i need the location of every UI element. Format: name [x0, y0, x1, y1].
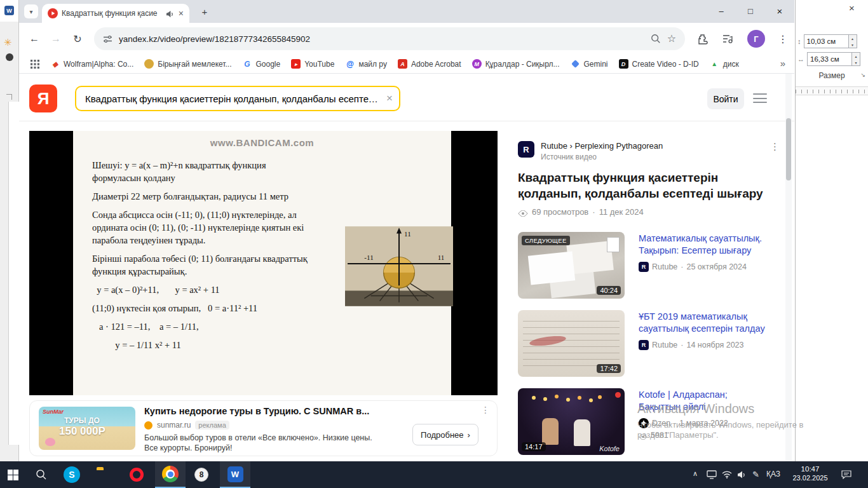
slide-line: функция құрастырайық. — [92, 265, 355, 278]
new-tab-button[interactable]: + — [198, 5, 211, 18]
related-video[interactable]: СЛЕДУЮЩЕЕ 40:24 Математикалық сауаттылық… — [518, 232, 781, 299]
tab-search-button[interactable]: ▾ — [24, 4, 38, 18]
ad-menu-icon[interactable]: ⋮ — [481, 405, 490, 415]
login-button[interactable]: Войти — [707, 88, 744, 109]
spinner[interactable]: ▴▾ — [848, 35, 857, 48]
word-taskbar-button[interactable]: W — [220, 461, 250, 488]
related-title[interactable]: ҰБТ 2019 математикалық сауаттылық есепте… — [639, 311, 781, 335]
tab-audio-icon[interactable] — [166, 10, 175, 18]
wifi-icon[interactable] — [722, 471, 732, 478]
monitor-icon[interactable] — [707, 470, 717, 479]
asterisk-icon[interactable]: ✳ — [4, 37, 12, 48]
zoom-icon[interactable] — [651, 34, 661, 44]
bookmark-label: Gemini — [584, 60, 608, 69]
badge-8-icon[interactable]: 8 — [194, 468, 208, 482]
slide-line: формуласын қолдану — [92, 172, 355, 184]
apps-grid-icon[interactable] — [31, 60, 39, 69]
bookmark-item[interactable]: диск — [710, 59, 739, 69]
ad-card[interactable]: SunMar ТУРЫ ДО 150 000Р Купить недорогие… — [29, 400, 498, 456]
tray-chevron-icon[interactable]: ∧ — [693, 470, 698, 478]
dot-icon[interactable] — [6, 53, 13, 61]
width-icon: ↔ — [797, 55, 804, 63]
media-controls-icon[interactable] — [722, 33, 733, 44]
related-title[interactable]: Математикалық сауаттылық. Тақырып: Есепт… — [639, 233, 781, 257]
reload-button[interactable]: ↻ — [70, 31, 85, 46]
slide-line: y = – 1/11 x² + 11 — [92, 339, 355, 351]
activation-line: раздел "Параметры". — [637, 430, 857, 440]
minimize-button[interactable]: – — [707, 0, 736, 22]
ad-domain[interactable]: sunmar.ru — [157, 421, 191, 430]
search-input[interactable] — [85, 93, 381, 104]
skype-icon[interactable]: S — [64, 466, 80, 483]
action-center-icon[interactable] — [841, 470, 851, 479]
related-thumbnail[interactable]: 17:42 — [518, 310, 625, 377]
bookmark-item[interactable]: Create Video - D-ID — [619, 59, 699, 69]
ad-brand: SunMar — [43, 409, 64, 415]
extensions-puzzle-icon[interactable] — [696, 33, 708, 44]
duration-badge: 17:42 — [597, 364, 621, 373]
source-menu-icon[interactable]: ⋮ — [770, 141, 780, 152]
pen-icon[interactable]: ✎ — [752, 470, 759, 479]
yandex-logo[interactable]: Я — [29, 85, 57, 112]
forward-button[interactable]: → — [48, 31, 64, 46]
axis-label-left: -11 — [364, 254, 373, 261]
bookmark-item[interactable]: Құралдар - Сиқырл... — [472, 59, 560, 69]
chrome-taskbar-button[interactable] — [155, 461, 186, 488]
d-id-icon — [619, 59, 628, 69]
bookmark-star-icon[interactable]: ☆ — [667, 34, 676, 44]
spin-up-icon[interactable]: ▴ — [852, 53, 860, 59]
ad-more-button[interactable]: Подробнее› — [412, 424, 478, 445]
video-player[interactable]: www.BANDICAM.com Шешуі: y = a(x – m)²+n … — [29, 131, 498, 395]
source-name[interactable]: Rutube › Perplexing Pythagorean — [541, 141, 663, 151]
start-button[interactable] — [8, 470, 18, 480]
url-text[interactable]: yandex.kz/video/preview/1821877734265584… — [119, 34, 644, 44]
profile-avatar[interactable]: Г — [747, 30, 765, 48]
taskbar-search-icon[interactable] — [36, 469, 47, 480]
browser-menu-icon[interactable]: ⋮ — [775, 31, 790, 46]
spin-down-icon[interactable]: ▾ — [849, 41, 857, 48]
bookmark-item[interactable]: Бірыңғай мемлекет... — [144, 59, 231, 69]
language-indicator[interactable]: ҚАЗ — [766, 470, 780, 478]
clock[interactable]: 10:47 23.02.2025 — [787, 465, 834, 482]
ad-title[interactable]: Купить недорогие туры в Турцию. С SUNMAR… — [144, 406, 369, 416]
bookmark-item[interactable]: YouTube — [291, 59, 334, 69]
word-close-icon[interactable]: × — [849, 3, 855, 13]
height-field[interactable]: 10,03 см ▴▾ — [804, 34, 857, 48]
clear-search-icon[interactable]: × — [386, 92, 393, 105]
video-title: Квадраттық функция қасиеттерін қолданып,… — [518, 170, 781, 201]
volume-icon[interactable] — [737, 471, 747, 479]
bookmark-item[interactable]: Gemini — [571, 59, 608, 69]
word-app-icon[interactable]: W — [4, 6, 14, 15]
related-video[interactable]: 17:42 ҰБТ 2019 математикалық сауаттылық … — [518, 310, 781, 377]
site-info-icon[interactable] — [103, 34, 112, 44]
opera-icon[interactable] — [130, 468, 144, 482]
source-row[interactable]: R Rutube › Perplexing Pythagorean Источн… — [518, 141, 781, 161]
bookmark-item[interactable]: Wolfram|Alpha: Co... — [50, 59, 133, 69]
omnibox[interactable]: yandex.kz/video/preview/1821877734265584… — [94, 27, 685, 50]
dialog-launcher-icon[interactable]: ↘ — [860, 72, 865, 78]
spin-up-icon[interactable]: ▴ — [849, 35, 857, 41]
slide-text: Шешуі: y = a(x – m)²+n квадраттық функци… — [92, 159, 355, 351]
menu-hamburger-icon[interactable] — [753, 93, 767, 103]
spinner[interactable]: ▴▾ — [851, 53, 860, 65]
related-thumbnail[interactable]: Kotofe 14:17 — [518, 388, 625, 455]
drive-icon — [710, 59, 719, 69]
browser-tab[interactable]: Квадраттық функция қасие × — [42, 4, 189, 23]
ad-image[interactable]: SunMar ТУРЫ ДО 150 000Р — [39, 407, 135, 450]
back-button[interactable]: ← — [27, 31, 42, 46]
bookmark-item[interactable]: майл ру — [345, 59, 387, 69]
width-field[interactable]: 16,33 см ▴▾ — [807, 52, 860, 66]
scrollbar-thumb[interactable] — [786, 118, 791, 180]
bookmark-item[interactable]: Google — [243, 59, 281, 69]
slide-line: a · 121 = –11, a = – 1/11, — [92, 320, 355, 333]
duration-badge: 14:17 — [522, 442, 546, 451]
axis-label-top: 11 — [404, 230, 411, 238]
tab-close-icon[interactable]: × — [179, 8, 184, 18]
close-button[interactable]: × — [765, 0, 794, 22]
maximize-button[interactable]: □ — [736, 0, 765, 22]
spin-down-icon[interactable]: ▾ — [852, 59, 860, 65]
bookmark-item[interactable]: Adobe Acrobat — [398, 59, 461, 69]
related-thumbnail[interactable]: СЛЕДУЮЩЕЕ 40:24 — [518, 232, 625, 299]
slide-line: (11;0) нүктесін қоя отырып, 0 = a·11² +1… — [92, 302, 355, 315]
bookmarks-overflow-button[interactable]: » — [780, 58, 785, 69]
